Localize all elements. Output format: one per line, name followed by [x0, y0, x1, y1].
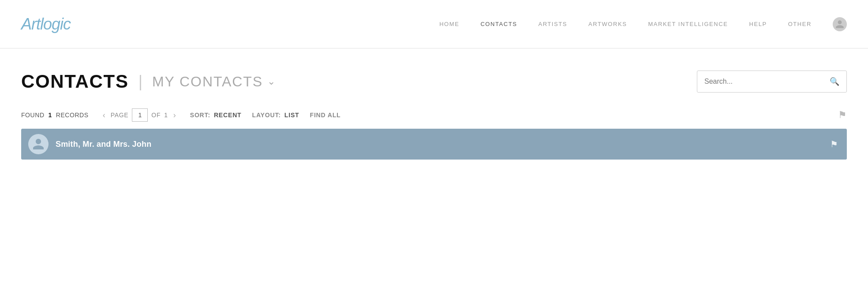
layout-label: LAYOUT:: [252, 112, 281, 119]
main-content: CONTACTS | MY CONTACTS ⌄ 🔍 FOUND 1 RECOR…: [0, 48, 868, 160]
logo-text: Artlogic: [21, 15, 71, 33]
sort-group: SORT: RECENT: [190, 112, 242, 119]
nav-home[interactable]: HOME: [439, 21, 459, 27]
layout-group: LAYOUT: LIST: [252, 112, 299, 119]
search-input[interactable]: [704, 78, 830, 86]
next-page-button[interactable]: ›: [172, 111, 178, 119]
found-label: FOUND: [21, 112, 45, 119]
contact-row[interactable]: Smith, Mr. and Mrs. John ⚑: [21, 129, 847, 160]
nav-other[interactable]: OTHER: [788, 21, 812, 27]
page-title-row: CONTACTS | MY CONTACTS ⌄ 🔍: [21, 71, 847, 93]
flag-icon[interactable]: ⚑: [838, 109, 847, 121]
prev-page-button[interactable]: ‹: [101, 111, 107, 119]
contact-flag-icon[interactable]: ⚑: [830, 139, 838, 149]
user-icon-button[interactable]: [833, 17, 847, 31]
pagination: ‹ PAGE OF 1 ›: [101, 108, 178, 122]
toolbar-meta: SORT: RECENT LAYOUT: LIST FIND ALL: [190, 112, 341, 119]
header: Artlogic HOME CONTACTS ARTISTS ARTWORKS …: [0, 0, 868, 48]
found-count: 1: [48, 112, 52, 119]
subtitle-text: MY CONTACTS: [152, 74, 263, 90]
page-label: PAGE: [111, 112, 129, 119]
sort-value[interactable]: RECENT: [214, 112, 242, 119]
nav-help[interactable]: HELP: [749, 21, 767, 27]
contact-avatar: [28, 134, 49, 154]
nav-contacts[interactable]: CONTACTS: [480, 21, 517, 27]
total-pages: 1: [164, 112, 168, 119]
search-box: 🔍: [697, 71, 847, 93]
nav-market-intelligence[interactable]: MARKET INTELLIGENCE: [648, 21, 728, 27]
toolbar-left: FOUND 1 RECORDS ‹ PAGE OF 1 › SORT: RECE…: [21, 108, 340, 122]
page-title-group: CONTACTS | MY CONTACTS ⌄: [21, 71, 276, 92]
toolbar-row: FOUND 1 RECORDS ‹ PAGE OF 1 › SORT: RECE…: [21, 108, 847, 122]
of-label: OF: [151, 112, 161, 119]
contact-name: Smith, Mr. and Mrs. John: [56, 140, 151, 149]
layout-value[interactable]: LIST: [284, 112, 299, 119]
sort-label: SORT:: [190, 112, 210, 119]
toolbar-right: ⚑: [838, 109, 847, 121]
page-number-input[interactable]: [132, 108, 148, 122]
logo[interactable]: Artlogic: [21, 15, 71, 33]
page-title: CONTACTS: [21, 71, 129, 92]
chevron-down-icon: ⌄: [267, 76, 276, 87]
search-button[interactable]: 🔍: [830, 77, 839, 86]
title-divider: |: [138, 72, 142, 91]
main-nav: HOME CONTACTS ARTISTS ARTWORKS MARKET IN…: [439, 17, 847, 31]
nav-artists[interactable]: ARTISTS: [538, 21, 567, 27]
page-subtitle[interactable]: MY CONTACTS ⌄: [152, 74, 276, 90]
contact-row-left: Smith, Mr. and Mrs. John: [28, 134, 151, 154]
contact-list: Smith, Mr. and Mrs. John ⚑: [21, 129, 847, 160]
find-all-button[interactable]: FIND ALL: [310, 112, 340, 119]
found-records-text: FOUND 1 RECORDS: [21, 112, 89, 119]
nav-artworks[interactable]: ARTWORKS: [588, 21, 627, 27]
records-label: RECORDS: [56, 112, 89, 119]
